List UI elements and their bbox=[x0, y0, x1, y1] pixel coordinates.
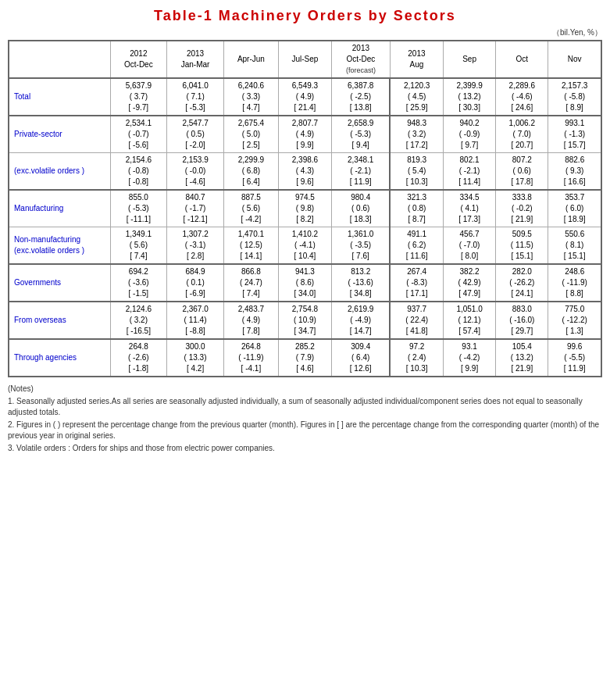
cell-r0-c5: 2,120.3( 4.5)[ 25.9] bbox=[390, 78, 443, 116]
col-header-sep: Sep bbox=[443, 41, 495, 78]
cell-r6-c1: 2,367.0( 11.4)[ -8.8] bbox=[167, 302, 224, 339]
cell-r2-c5: 819.3( 5.4)[ 10.3] bbox=[390, 153, 443, 191]
col-header-oct: Oct bbox=[496, 41, 548, 78]
cell-r1-c2: 2,675.4( 5.0)[ 2.5] bbox=[223, 116, 278, 153]
cell-r0-c6: 2,399.9( 13.2)[ 30.3] bbox=[443, 78, 495, 116]
cell-r3-c0: 855.0( -5.3)[ -11.1] bbox=[110, 190, 167, 227]
cell-r1-c4: 2,658.9( -5.3)[ 9.4] bbox=[331, 116, 390, 153]
cell-r5-c2: 866.8( 24.7)[ 7.4] bbox=[223, 264, 278, 302]
unit-label: （bil.Yen, %） bbox=[8, 27, 602, 38]
cell-r4-c3: 1,410.2( -4.1)[ 10.4] bbox=[278, 227, 331, 265]
cell-r7-c6: 93.1( -4.2)[ 9.9] bbox=[443, 339, 495, 377]
cell-r2-c4: 2,348.1( -2.1)[ 11.9] bbox=[331, 153, 390, 191]
cell-r5-c3: 941.3( 8.6)[ 34.0] bbox=[278, 264, 331, 302]
cell-r5-c6: 382.2( 42.9)[ 47.9] bbox=[443, 264, 495, 302]
col-header-5: 2013Oct-Dec(forecast) bbox=[331, 41, 390, 78]
cell-r0-c7: 2,289.6( -4.6)[ 24.6] bbox=[496, 78, 548, 116]
cell-r7-c8: 99.6( -5.5)[ 11.9] bbox=[548, 339, 601, 377]
cell-r6-c0: 2,124.6( 3.2)[ -16.5] bbox=[110, 302, 167, 339]
col-header-label bbox=[9, 41, 110, 78]
note-item-0: 1. Seasonally adjusted series.As all ser… bbox=[8, 396, 602, 418]
cell-r2-c0: 2,154.6( -0.8)[ -0.8] bbox=[110, 153, 167, 191]
cell-r1-c7: 1,006.2( 7.0)[ 20.7] bbox=[496, 116, 548, 153]
cell-r0-c1: 6,041.0( 7.1)[ -5.3] bbox=[167, 78, 224, 116]
notes-title: (Notes) bbox=[8, 384, 602, 395]
main-table: 2012Oct-Dec 2013Jan-Mar Apr-Jun Jul-Sep … bbox=[8, 40, 602, 377]
cell-r2-c8: 882.6( 9.3)[ 16.6] bbox=[548, 153, 601, 191]
cell-r3-c2: 887.5( 5.6)[ -4.2] bbox=[223, 190, 278, 227]
row-label-4: Non-manufacturing(exc.volatile orders ) bbox=[9, 227, 110, 265]
cell-r6-c2: 2,483.7( 4.9)[ 7.8] bbox=[223, 302, 278, 339]
cell-r3-c1: 840.7( -1.7)[ -12.1] bbox=[167, 190, 224, 227]
cell-r2-c1: 2,153.9( -0.0)[ -4.6] bbox=[167, 153, 224, 191]
cell-r3-c7: 333.8( -0.2)[ 21.9] bbox=[496, 190, 548, 227]
cell-r6-c5: 937.7( 22.4)[ 41.8] bbox=[390, 302, 443, 339]
cell-r4-c8: 550.6( 8.1)[ 15.1] bbox=[548, 227, 601, 265]
cell-r2-c2: 2,299.9( 6.8)[ 6.4] bbox=[223, 153, 278, 191]
cell-r6-c8: 775.0( -12.2)[ 1.3] bbox=[548, 302, 601, 339]
note-item-2: 3. Volatile orders : Orders for ships an… bbox=[8, 443, 602, 454]
col-header-nov: Nov bbox=[548, 41, 601, 78]
cell-r4-c5: 491.1( 6.2)[ 11.6] bbox=[390, 227, 443, 265]
cell-r7-c7: 105.4( 13.2)[ 21.9] bbox=[496, 339, 548, 377]
cell-r1-c5: 948.3( 3.2)[ 17.2] bbox=[390, 116, 443, 153]
row-label-5: Governments bbox=[9, 264, 110, 302]
cell-r4-c2: 1,470.1( 12.5)[ 14.1] bbox=[223, 227, 278, 265]
cell-r4-c0: 1,349.1( 5.6)[ 7.4] bbox=[110, 227, 167, 265]
note-item-1: 2. Figures in ( ) represent the percenta… bbox=[8, 420, 602, 441]
cell-r1-c8: 993.1( -1.3)[ 15.7] bbox=[548, 116, 601, 153]
row-label-1: Private-sector bbox=[9, 116, 110, 153]
cell-r5-c0: 694.2( -3.6)[ -1.5] bbox=[110, 264, 167, 302]
cell-r5-c7: 282.0( -26.2)[ 24.1] bbox=[496, 264, 548, 302]
col-header-aug: 2013Aug bbox=[390, 41, 443, 78]
cell-r5-c4: 813.2( -13.6)[ 34.8] bbox=[331, 264, 390, 302]
cell-r1-c3: 2,807.7( 4.9)[ 9.9] bbox=[278, 116, 331, 153]
cell-r7-c5: 97.2( 2.4)[ 10.3] bbox=[390, 339, 443, 377]
cell-r0-c0: 5,637.9( 3.7)[ -9.7] bbox=[110, 78, 167, 116]
cell-r1-c1: 2,547.7( 0.5)[ -2.0] bbox=[167, 116, 224, 153]
cell-r1-c6: 940.2( -0.9)[ 9.7] bbox=[443, 116, 495, 153]
notes-section: (Notes) 1. Seasonally adjusted series.As… bbox=[8, 384, 602, 454]
cell-r0-c8: 2,157.3( -5.8)[ 8.9] bbox=[548, 78, 601, 116]
cell-r6-c6: 1,051.0( 12.1)[ 57.4] bbox=[443, 302, 495, 339]
cell-r7-c3: 285.2( 7.9)[ 4.6] bbox=[278, 339, 331, 377]
cell-r4-c1: 1,307.2( -3.1)[ 2.8] bbox=[167, 227, 224, 265]
cell-r3-c3: 974.5( 9.8)[ 8.2] bbox=[278, 190, 331, 227]
cell-r7-c2: 264.8( -11.9)[ -4.1] bbox=[223, 339, 278, 377]
cell-r3-c8: 353.7( 6.0)[ 18.9] bbox=[548, 190, 601, 227]
cell-r3-c6: 334.5( 4.1)[ 17.3] bbox=[443, 190, 495, 227]
cell-r0-c4: 6,387.8( -2.5)[ 13.8] bbox=[331, 78, 390, 116]
cell-r3-c5: 321.3( 0.8)[ 8.7] bbox=[390, 190, 443, 227]
cell-r2-c6: 802.1( -2.1)[ 11.4] bbox=[443, 153, 495, 191]
cell-r4-c6: 456.7( -7.0)[ 8.0] bbox=[443, 227, 495, 265]
cell-r5-c8: 248.6( -11.9)[ 8.8] bbox=[548, 264, 601, 302]
cell-r7-c4: 309.4( 6.4)[ 12.6] bbox=[331, 339, 390, 377]
col-header-4: Jul-Sep bbox=[278, 41, 331, 78]
cell-r7-c1: 300.0( 13.3)[ 4.2] bbox=[167, 339, 224, 377]
cell-r1-c0: 2,534.1( -0.7)[ -5.6] bbox=[110, 116, 167, 153]
row-label-2: (exc.volatile orders ) bbox=[9, 153, 110, 191]
cell-r5-c1: 684.9( 0.1)[ -6.9] bbox=[167, 264, 224, 302]
cell-r6-c7: 883.0( -16.0)[ 29.7] bbox=[496, 302, 548, 339]
row-label-3: Manufacturing bbox=[9, 190, 110, 227]
col-header-2: 2013Jan-Mar bbox=[167, 41, 224, 78]
row-label-6: From overseas bbox=[9, 302, 110, 339]
cell-r2-c3: 2,398.6( 4.3)[ 9.6] bbox=[278, 153, 331, 191]
cell-r7-c0: 264.8( -2.6)[ -1.8] bbox=[110, 339, 167, 377]
page-title: Table-1 Machinery Orders by Sectors bbox=[8, 8, 602, 24]
row-label-0: Total bbox=[9, 78, 110, 116]
cell-r5-c5: 267.4( -8.3)[ 17.1] bbox=[390, 264, 443, 302]
col-header-1: 2012Oct-Dec bbox=[110, 41, 167, 78]
cell-r6-c3: 2,754.8( 10.9)[ 34.7] bbox=[278, 302, 331, 339]
col-header-3: Apr-Jun bbox=[223, 41, 278, 78]
cell-r3-c4: 980.4( 0.6)[ 18.3] bbox=[331, 190, 390, 227]
cell-r0-c2: 6,240.6( 3.3)[ 4.7] bbox=[223, 78, 278, 116]
cell-r4-c7: 509.5( 11.5)[ 15.1] bbox=[496, 227, 548, 265]
cell-r2-c7: 807.2( 0.6)[ 17.8] bbox=[496, 153, 548, 191]
row-label-7: Through agencies bbox=[9, 339, 110, 377]
cell-r6-c4: 2,619.9( -4.9)[ 14.7] bbox=[331, 302, 390, 339]
cell-r4-c4: 1,361.0( -3.5)[ 7.6] bbox=[331, 227, 390, 265]
cell-r0-c3: 6,549.3( 4.9)[ 21.4] bbox=[278, 78, 331, 116]
